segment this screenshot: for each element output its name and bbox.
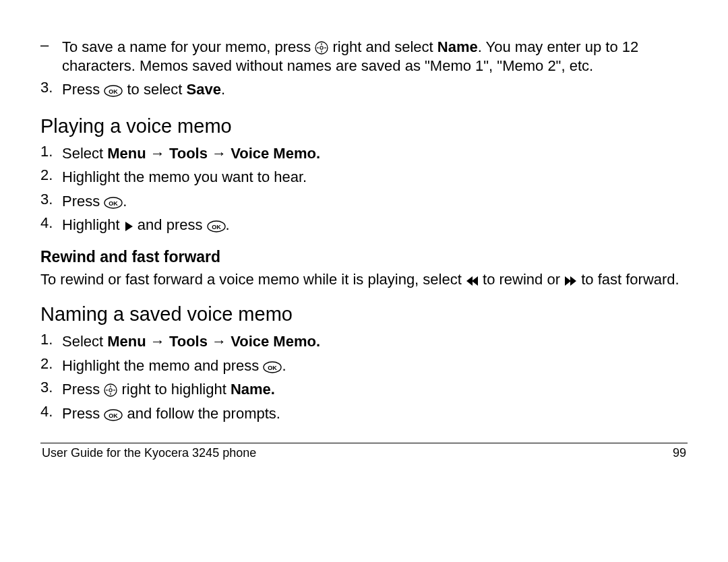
name-label: Name.	[231, 381, 275, 398]
ok-icon	[104, 409, 123, 421]
text: to select	[123, 81, 186, 98]
step3-text: Press to select Save.	[62, 80, 225, 99]
text: Highlight and press .	[62, 216, 230, 235]
text: .	[221, 81, 225, 98]
ok-icon	[207, 220, 226, 232]
heading-playing: Playing a voice memo	[40, 115, 688, 137]
list-item: 1. Select Menu → Tools → Voice Memo.	[40, 331, 688, 352]
heading-naming: Naming a saved voice memo	[40, 303, 688, 325]
list-item: 3. Press to select Save.	[40, 79, 688, 100]
num: 3.	[40, 79, 62, 100]
text: Press	[62, 405, 104, 422]
text: To save a name for your memo, press	[62, 38, 315, 55]
footer: User Guide for the Kyocera 3245 phone 99	[40, 446, 688, 468]
rewind-text: To rewind or fast forward a voice memo w…	[40, 270, 688, 289]
text: Select	[62, 145, 107, 162]
menu-path: Menu → Tools → Voice Memo.	[107, 145, 320, 162]
play-icon	[124, 220, 133, 232]
text: Press and follow the prompts.	[62, 404, 280, 423]
text: .	[226, 216, 230, 233]
text: Press right to highlight Name.	[62, 380, 275, 399]
num: 2.	[40, 166, 62, 188]
text: right to highlight	[117, 381, 231, 398]
text: Highlight the memo you want to hear.	[62, 168, 307, 187]
page-content: – To save a name for your memo, press ri…	[0, 0, 728, 468]
menu-path: Menu → Tools → Voice Memo.	[107, 333, 320, 350]
list-item: 3. Press right to highlight Name.	[40, 379, 688, 400]
list-item: 4. Highlight and press .	[40, 214, 688, 236]
dash: –	[40, 36, 62, 76]
num: 1.	[40, 143, 62, 164]
text: Press	[62, 381, 104, 398]
footer-separator	[40, 443, 688, 443]
list-item: 1. Select Menu → Tools → Voice Memo.	[40, 143, 688, 164]
text: to rewind or	[479, 271, 564, 288]
text: and press	[133, 216, 207, 233]
text: Select Menu → Tools → Voice Memo.	[62, 332, 320, 351]
text: Select	[62, 333, 107, 350]
name-label: Name	[437, 38, 478, 55]
fast-forward-icon	[564, 275, 577, 287]
intro-text: To save a name for your memo, press righ…	[62, 38, 688, 75]
ok-icon	[104, 85, 123, 97]
num: 1.	[40, 331, 62, 352]
text: right and select	[333, 38, 437, 55]
text: Select Menu → Tools → Voice Memo.	[62, 144, 320, 163]
rewind-icon	[466, 275, 479, 287]
save-label: Save	[187, 81, 221, 98]
text: Highlight	[62, 216, 124, 233]
intro-bullet: – To save a name for your memo, press ri…	[40, 36, 688, 76]
num: 4.	[40, 214, 62, 236]
list-item: 2. Highlight the memo and press .	[40, 355, 688, 377]
text: Press	[62, 193, 104, 210]
dpad-icon	[315, 41, 328, 55]
text: Highlight the memo and press .	[62, 356, 286, 375]
list-item: 2. Highlight the memo you want to hear.	[40, 166, 688, 188]
text: Highlight the memo and press	[62, 357, 263, 374]
text: To rewind or fast forward a voice memo w…	[40, 271, 466, 288]
ok-icon	[104, 197, 123, 209]
heading-rewind: Rewind and fast forward	[40, 248, 688, 266]
num: 3.	[40, 379, 62, 400]
text: Press	[62, 81, 104, 98]
ok-icon	[263, 361, 282, 373]
num: 3.	[40, 191, 62, 212]
num: 2.	[40, 355, 62, 377]
page-number: 99	[673, 446, 686, 460]
list-item: 3. Press .	[40, 191, 688, 212]
dpad-icon	[104, 383, 117, 397]
text: to fast forward.	[577, 271, 679, 288]
text: and follow the prompts.	[123, 405, 280, 422]
num: 4.	[40, 403, 62, 425]
footer-title: User Guide for the Kyocera 3245 phone	[42, 446, 256, 460]
list-item: 4. Press and follow the prompts.	[40, 403, 688, 425]
text: Press .	[62, 192, 127, 211]
text: .	[282, 357, 286, 374]
text: .	[123, 193, 127, 210]
